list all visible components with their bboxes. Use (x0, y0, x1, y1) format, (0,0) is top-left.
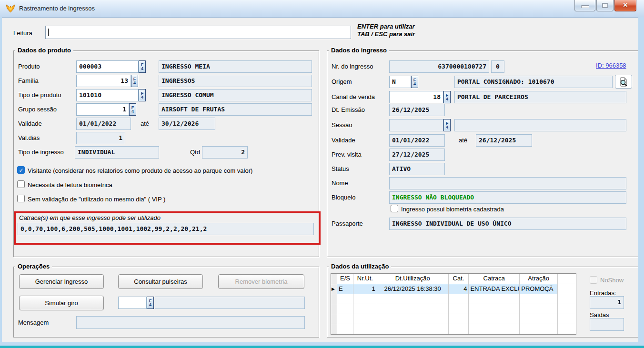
visitante-checkbox[interactable] (17, 166, 25, 174)
produto-code-input[interactable]: 000003 (76, 60, 139, 73)
qtd-field: 2 (202, 146, 248, 159)
document-magnifier-icon (619, 77, 628, 87)
ingresso-section-title: Dados do ingresso (329, 47, 389, 54)
dt-emissao-label: Dt. Emissão (332, 106, 365, 113)
header-indicator-cell (331, 274, 337, 284)
table-row-selected[interactable]: ▶ E 1 26/12/2025 16:38:30 4 ENTRADA EXCL… (331, 284, 576, 294)
origem-preview-button[interactable] (615, 75, 632, 89)
ingresso-validade-label: Validade (332, 137, 355, 144)
title-bar[interactable]: Rastreamento de ingressos (0, 0, 644, 18)
simular-giro-desc-field (155, 297, 305, 309)
header-cat: Cat. (449, 274, 469, 284)
prev-visita-label: Prev. visita (332, 151, 362, 158)
vip-checkbox-label: Sem validação de "utilizado no mesmo dia… (28, 196, 165, 203)
cell-dtutilizacao: 26/12/2025 16:38:30 (377, 284, 449, 294)
entradas-label: Entradas: (590, 289, 616, 297)
simular-giro-f4-button[interactable] (147, 297, 154, 309)
nr-ingresso-label: Nr. do ingresso (332, 63, 373, 70)
familia-desc-field: INGRESSOS (159, 75, 312, 87)
origem-code-input[interactable]: N (389, 76, 411, 88)
noshow-checkbox-label: NoShow (600, 277, 624, 284)
bottom-teal-stripe (0, 346, 644, 348)
val-dias-label: Val.dias (18, 134, 40, 141)
hint-enter: ENTER para utilizar (357, 23, 415, 30)
noshow-checkbox (590, 276, 597, 284)
canal-venda-f4-button[interactable] (443, 91, 451, 103)
operacoes-section-title: Operações (15, 263, 52, 270)
grupo-sessao-code-input[interactable]: 1 (76, 103, 129, 116)
id-link[interactable]: ID: 966358 (596, 62, 626, 69)
minimize-button[interactable] (574, 0, 595, 11)
simular-giro-code-input[interactable] (118, 297, 147, 309)
window-border-right (638, 17, 644, 348)
vip-checkbox[interactable] (17, 195, 25, 202)
remover-biometria-button[interactable]: Remover biometria (218, 274, 304, 289)
tipo-produto-code-input[interactable]: 101010 (76, 89, 139, 101)
produto-desc-field: INGRESSO MEIA (159, 60, 312, 73)
simular-giro-button[interactable]: Simular giro (19, 296, 104, 310)
leitura-input[interactable] (45, 26, 351, 39)
sessao-code-input[interactable] (389, 119, 443, 131)
prev-visita-field: 27/12/2025 (389, 149, 445, 161)
tipo-produto-label: Tipo de produto (18, 91, 61, 99)
gerenciar-ingresso-button[interactable]: Gerenciar Ingresso (19, 274, 104, 289)
header-extra-cell (558, 274, 576, 284)
header-atracao: Atração (520, 274, 558, 284)
nr-ingresso-sub-field: 0 (491, 60, 504, 73)
grupo-sessao-f4-button[interactable] (129, 103, 136, 116)
canal-venda-code-input[interactable]: 18 (389, 91, 443, 103)
header-nrut: Nr.Ut. (353, 274, 377, 284)
produto-f4-button[interactable] (139, 60, 146, 73)
window-title: Rastreamento de ingressos (19, 5, 95, 12)
validade-de-field: 01/01/2022 (76, 118, 131, 130)
catraca-label: Catraca(s) em que esse ingresso pode ser… (19, 214, 161, 221)
cell-extra (558, 284, 576, 294)
table-empty-row (331, 324, 576, 334)
entradas-field: 1 (590, 296, 624, 309)
saidas-field (590, 318, 624, 331)
text-caret (48, 29, 49, 36)
hint-tab-esc: TAB / ESC para sair (357, 30, 415, 38)
status-label: Status (332, 165, 349, 172)
app-window: Rastreamento de ingressos Leitura ENTER … (0, 0, 644, 348)
visitante-checkbox-label: Visitante (considerar nos relatorios com… (28, 167, 252, 174)
passaporte-label: Passaporte (332, 220, 363, 227)
leitura-biometrica-checkbox-label: Necessita de leitura biometrica (28, 181, 112, 189)
bloqueio-field: INGRESSO NÃO BLOQUEADO (389, 191, 626, 204)
cell-es: E (337, 284, 353, 294)
grupo-sessao-label: Grupo sessão (18, 106, 57, 113)
dt-emissao-field: 26/12/2025 (389, 104, 445, 116)
origem-desc-field: PORTAL CONSIGNADO: 1010670 (454, 76, 613, 88)
origem-label: Origem (332, 78, 352, 85)
familia-code-input[interactable]: 13 (76, 75, 131, 87)
cell-atracao: PROMOÇÃ (520, 284, 558, 294)
biometria-cadastrada-checkbox[interactable] (391, 205, 398, 212)
nome-field (389, 177, 626, 189)
nr-ingresso-field: 6370000180727 (389, 60, 489, 73)
produto-label: Produto (18, 63, 40, 70)
bloqueio-label: Bloqueio (332, 194, 356, 201)
utilizacao-table: E/S Nr.Ut. Dt.Utilização Cat. Catraca At… (331, 273, 576, 335)
mensagem-label: Mensagem (18, 319, 49, 326)
close-button[interactable] (614, 0, 636, 11)
sessao-label: Sessão (332, 121, 352, 129)
row-indicator-icon: ▶ (331, 284, 337, 294)
consultar-pulseiras-button[interactable]: Consultar pulseiras (118, 274, 203, 289)
cell-catraca: ENTRADA EXCLU (469, 284, 520, 294)
cell-nrut: 1 (353, 284, 377, 294)
tipo-produto-f4-button[interactable] (139, 89, 146, 101)
passaporte-field: INGRESSO INDIVIDUAL DE USO ÚNICO (389, 218, 626, 230)
biometria-cadastrada-checkbox-label: Ingresso possui biometria cadastrada (401, 206, 504, 213)
origem-f4-button[interactable] (411, 76, 418, 88)
qtd-label: Qtd (190, 149, 200, 156)
app-fox-icon (5, 3, 16, 14)
val-dias-field: 1 (76, 132, 125, 144)
sessao-desc-field (454, 119, 626, 131)
familia-label: Família (18, 77, 39, 84)
utilizacao-section-title: Dados da utilização (329, 263, 391, 270)
sessao-f4-button[interactable] (443, 119, 451, 131)
maximize-button[interactable] (596, 0, 614, 11)
familia-f4-button[interactable] (131, 75, 138, 87)
leitura-biometrica-checkbox[interactable] (17, 180, 25, 188)
table-header-row: E/S Nr.Ut. Dt.Utilização Cat. Catraca At… (331, 274, 576, 284)
